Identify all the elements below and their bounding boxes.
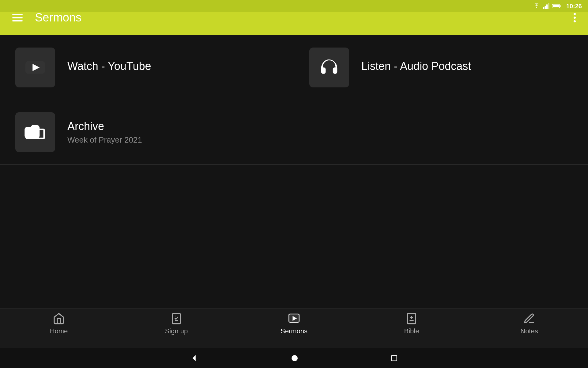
svg-rect-21	[391, 355, 397, 361]
nav-notes[interactable]: Notes	[470, 312, 588, 335]
sys-back-button[interactable]	[190, 354, 199, 363]
recent-icon	[390, 354, 398, 362]
svg-marker-19	[193, 355, 196, 361]
headphones-icon	[318, 57, 340, 78]
youtube-icon-box	[15, 48, 55, 87]
nav-sermons[interactable]: Sermons	[235, 312, 353, 335]
svg-rect-6	[553, 5, 559, 7]
svg-rect-0	[543, 7, 544, 9]
youtube-icon	[24, 57, 46, 78]
status-bar: 10:26	[0, 0, 588, 12]
nav-sermons-label: Sermons	[281, 327, 307, 335]
listen-podcast-item[interactable]: Listen - Audio Podcast	[294, 35, 588, 100]
svg-rect-1	[545, 6, 546, 9]
notes-icon	[523, 312, 535, 325]
listen-podcast-title: Listen - Audio Podcast	[361, 60, 471, 73]
grid-container: Watch - YouTube Listen - Audio Podcast	[0, 35, 588, 165]
archive-title: Archive	[67, 120, 142, 133]
hamburger-menu-button[interactable]	[12, 14, 23, 21]
home-icon	[53, 312, 65, 325]
nav-home[interactable]: Home	[0, 312, 118, 335]
more-options-button[interactable]	[574, 13, 576, 22]
bottom-nav: Home Sign up Sermons Bible	[0, 308, 588, 348]
nav-bible-label: Bible	[404, 327, 419, 335]
sys-recent-button[interactable]	[390, 354, 398, 362]
archive-subtitle: Week of Prayer 2021	[67, 135, 142, 145]
archive-text: Archive Week of Prayer 2021	[67, 120, 142, 145]
svg-point-20	[292, 355, 298, 361]
bible-icon	[405, 312, 418, 325]
wifi-icon	[533, 3, 541, 9]
battery-icon	[552, 3, 561, 9]
status-time: 10:26	[566, 3, 582, 10]
nav-signup-label: Sign up	[165, 327, 188, 335]
folder-icon-box	[15, 112, 55, 152]
app-title: Sermons	[35, 11, 574, 24]
back-icon	[190, 354, 199, 363]
listen-podcast-text: Listen - Audio Podcast	[361, 60, 471, 75]
svg-rect-5	[560, 5, 560, 7]
nav-home-label: Home	[50, 327, 68, 335]
folder-icon	[24, 121, 46, 143]
nav-signup[interactable]: Sign up	[118, 312, 235, 335]
empty-cell	[294, 100, 588, 165]
status-icons: 10:26	[533, 3, 582, 10]
signup-icon	[170, 312, 183, 325]
signal-icon	[543, 3, 550, 9]
main-content: Watch - YouTube Listen - Audio Podcast	[0, 35, 588, 328]
svg-rect-3	[548, 3, 549, 9]
nav-bible[interactable]: Bible	[353, 312, 470, 335]
watch-youtube-text: Watch - YouTube	[67, 60, 151, 75]
watch-youtube-item[interactable]: Watch - YouTube	[0, 35, 294, 100]
nav-notes-label: Notes	[520, 327, 538, 335]
svg-rect-2	[546, 5, 548, 9]
watch-youtube-title: Watch - YouTube	[67, 60, 151, 73]
sys-home-button[interactable]	[291, 355, 298, 362]
sermons-icon	[288, 312, 300, 325]
headphones-icon-box	[309, 48, 349, 87]
sys-nav-bar	[0, 348, 588, 368]
sys-home-icon	[291, 355, 298, 362]
archive-item[interactable]: Archive Week of Prayer 2021	[0, 100, 294, 165]
